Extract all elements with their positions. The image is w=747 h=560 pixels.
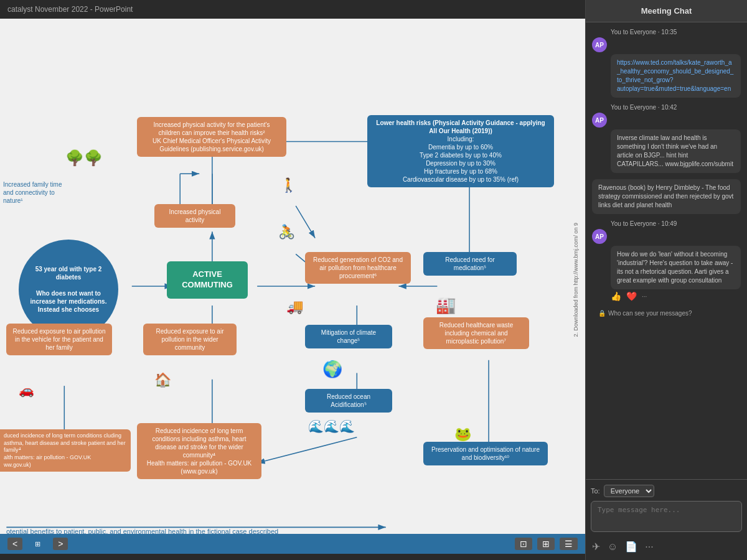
msg1-bubble: https://www.ted.com/talks/kate_raworth_a… (611, 54, 741, 98)
msg2-sender: AP (592, 113, 741, 128)
chat-toolbar: ✈ ☺ 📄 ··· (591, 538, 742, 555)
frog-icon: 🐸 (454, 426, 471, 442)
mitigation-climate-text: Mitigation of climate change⁵ (321, 329, 376, 344)
family-time-text: Increased family time and connectivity t… (3, 180, 65, 205)
heart-reaction[interactable]: ❤️ (626, 291, 637, 301)
msg4-sender: AP (592, 229, 741, 244)
long-term-conditions-patient-text: duced incidence of long term conditions … (4, 432, 126, 468)
main-presentation-area: catalyst November 2022 - PowerPoint (0, 0, 585, 560)
slide-thumbnail-icon: ⊞ (35, 540, 40, 548)
reduced-medication-text: Reduced need for medication⁵ (445, 256, 495, 271)
svg-line-21 (296, 206, 315, 238)
send-button[interactable]: ✈ (591, 539, 601, 554)
cyclist-icon: 🚴 (278, 224, 295, 240)
reduced-exposure-vehicle-text: Reduced exposure to air pollution in the… (13, 328, 106, 351)
view-controls: ⊡ ⊞ ☰ (515, 538, 578, 550)
svg-line-13 (257, 437, 357, 463)
reduced-exposure-community-box: Reduced exposure to air pollution in the… (143, 324, 237, 355)
reduced-exposure-community-text: Reduced exposure to air pollution in the… (156, 328, 224, 351)
walking-icon: 🚶 (280, 177, 297, 194)
msg4-recipient: You to Everyone · 10:49 (611, 220, 741, 227)
msg4-avatar: AP (592, 229, 607, 244)
house-icon: 🏠 (154, 372, 171, 388)
preservation-nature-text: Preservation and optimisation of nature … (431, 446, 540, 461)
increased-physical-activity-text: Increased physical activity (169, 208, 221, 223)
watermark-strip: 2. Downloaded from http://www.bmj.com/ o… (566, 31, 585, 529)
prev-button[interactable]: < (7, 538, 22, 550)
reduced-exposure-vehicle-box: Reduced exposure to air pollution in the… (6, 324, 112, 355)
increased-physical-activity-box: Increased physical activity (154, 204, 235, 228)
msg1-recipient: You to Everyone · 10:35 (611, 29, 741, 35)
to-label: To: (591, 487, 600, 495)
msg3-bubble: Ravenous (book) by Henry Dimbleby - The … (592, 179, 741, 214)
long-term-conditions-community-text: Reduced incidence of long term condition… (147, 427, 252, 475)
chat-input-field[interactable] (591, 501, 742, 532)
msg1-sender: AP (592, 37, 741, 52)
chat-input-area: To: Everyone Host only ✈ ☺ 📄 ··· (586, 479, 747, 560)
bottom-navigation-bar: < ⊞ > ⊡ ⊞ ☰ (0, 534, 585, 554)
mitigation-climate-box: Mitigation of climate change⁵ (305, 325, 392, 348)
msg2-avatar: AP (592, 113, 607, 128)
reduced-co2-box: Reduced generation of CO2 and air pollut… (305, 252, 411, 284)
chat-message-3: Ravenous (book) by Henry Dimbleby - The … (592, 179, 741, 214)
msg1-avatar: AP (592, 37, 607, 52)
children-physical-activity-box: Increased physical activity for the pati… (137, 117, 286, 157)
who-can-see-row: 🔒 Who can see your messages? (592, 307, 741, 319)
msg1-link[interactable]: https://www.ted.com/talks/kate_raworth_a… (617, 59, 733, 92)
chat-message-2: You to Everyone · 10:42 AP Inverse clima… (592, 104, 741, 173)
view3-button[interactable]: ☰ (560, 538, 578, 550)
active-commuting-text: ACTIVE COMMUTING (172, 269, 243, 291)
ocean-acidification-text: Reduced ocean Acidification⁵ (327, 393, 370, 408)
msg2-bubble: Inverse climate law and health is someth… (611, 129, 741, 173)
msg4-bubble: How do we do 'lean' without it becoming … (611, 246, 741, 289)
chat-messages-area: You to Everyone · 10:35 AP https://www.t… (586, 22, 747, 479)
truck-icon: 🚚 (286, 299, 303, 315)
meeting-chat-sidebar: Meeting Chat You to Everyone · 10:35 AP … (585, 0, 747, 560)
factory-icon: 🏭 (436, 296, 456, 315)
more-options-button[interactable]: ··· (644, 540, 654, 554)
reduced-medication-box: Reduced need for medication⁵ (423, 252, 517, 276)
long-term-conditions-community-box: Reduced incidence of long term condition… (137, 423, 261, 479)
msg2-recipient: You to Everyone · 10:42 (611, 104, 741, 111)
file-button[interactable]: 📄 (624, 539, 639, 554)
watermark-text: 2. Downloaded from http://www.bmj.com/ o… (573, 223, 579, 337)
chat-header: Meeting Chat (586, 0, 747, 22)
slide-inner: Lower health risks (Physical Activity Gu… (0, 19, 585, 554)
to-dropdown[interactable]: Everyone Host only (604, 485, 654, 497)
slide-title: catalyst November 2022 - PowerPoint (7, 5, 133, 14)
long-term-conditions-patient-box: duced incidence of long term conditions … (0, 429, 131, 472)
wave-icon: 🌊🌊🌊 (308, 419, 355, 434)
chat-message-1: You to Everyone · 10:35 AP https://www.t… (592, 29, 741, 98)
to-row: To: Everyone Host only (591, 485, 742, 497)
preservation-nature-box: Preservation and optimisation of nature … (423, 442, 548, 465)
next-button[interactable]: > (53, 538, 68, 550)
slide-container: Lower health risks (Physical Activity Gu… (0, 19, 585, 554)
healthcare-waste-text: Reduced healthcare waste including chemi… (439, 322, 513, 345)
trees-icon: 🌳🌳 (65, 149, 103, 167)
who-can-see-text: Who can see your messages? (608, 310, 692, 317)
patient-text: 53 year old with type 2 diabetesWho does… (26, 265, 111, 314)
view1-button[interactable]: ⊡ (515, 538, 532, 550)
ocean-acidification-box: Reduced ocean Acidification⁵ (305, 389, 392, 413)
lower-health-risks-content: Including:Dementia by up to 60%Type 2 di… (403, 136, 519, 183)
msg4-reactions: 👍 ❤️ ··· (611, 291, 741, 301)
car-icon: 🚗 (19, 383, 34, 398)
chat-message-4: You to Everyone · 10:49 AP How do we do … (592, 220, 741, 301)
lock-icon: 🔒 (598, 310, 606, 317)
more-reactions: ··· (642, 293, 647, 300)
reduced-co2-text: Reduced generation of CO2 and air pollut… (313, 256, 403, 279)
thumbsup-reaction[interactable]: 👍 (611, 291, 621, 301)
lower-health-risks-title: Lower health risks (Physical Activity Gu… (376, 119, 545, 134)
emoji-button[interactable]: ☺ (606, 540, 619, 554)
children-physical-activity-text: Increased physical activity for the pati… (153, 121, 271, 152)
lower-health-risks-box: Lower health risks (Physical Activity Gu… (367, 115, 554, 187)
active-commuting-box: ACTIVE COMMUTING (167, 261, 248, 299)
view2-button[interactable]: ⊞ (537, 538, 555, 550)
globe-icon: 🌍 (322, 360, 342, 379)
healthcare-waste-box: Reduced healthcare waste including chemi… (423, 317, 529, 349)
